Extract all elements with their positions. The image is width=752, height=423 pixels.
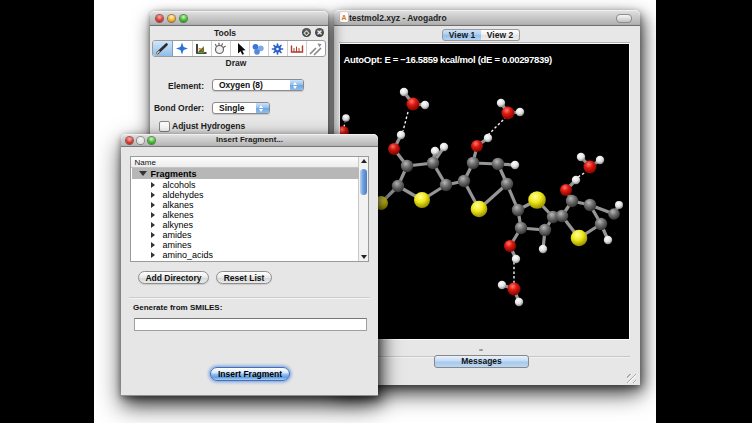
svg-text:90: 90 — [199, 47, 205, 53]
